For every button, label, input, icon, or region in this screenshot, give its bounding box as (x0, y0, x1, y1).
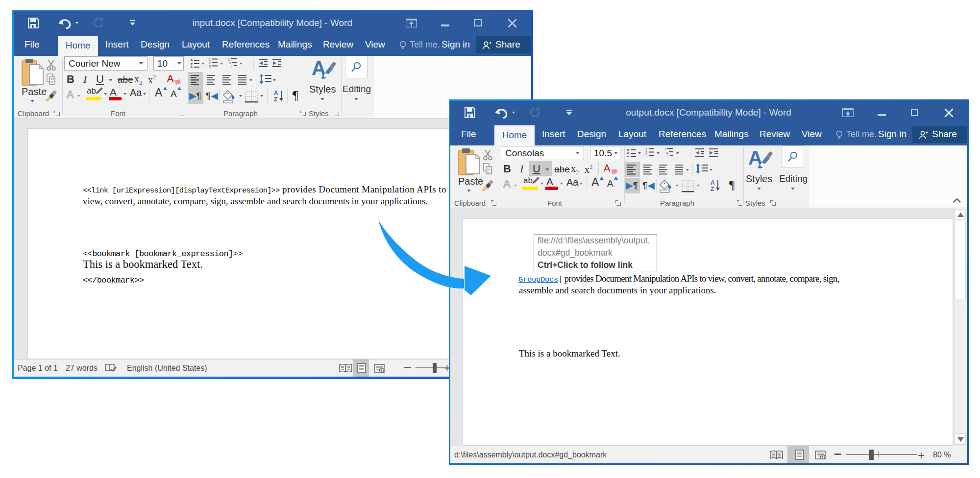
svg-text:1: 1 (664, 147, 666, 151)
svg-text:1: 1 (228, 58, 230, 61)
svg-text:a: a (666, 151, 668, 154)
svg-text:3: 3 (645, 154, 647, 158)
svg-text:i: i (667, 154, 668, 157)
svg-text:Z: Z (274, 96, 277, 102)
svg-text:i: i (231, 65, 232, 68)
svg-text:Z: Z (710, 186, 714, 191)
svg-text:a: a (229, 61, 231, 65)
svg-text:3: 3 (209, 64, 211, 68)
